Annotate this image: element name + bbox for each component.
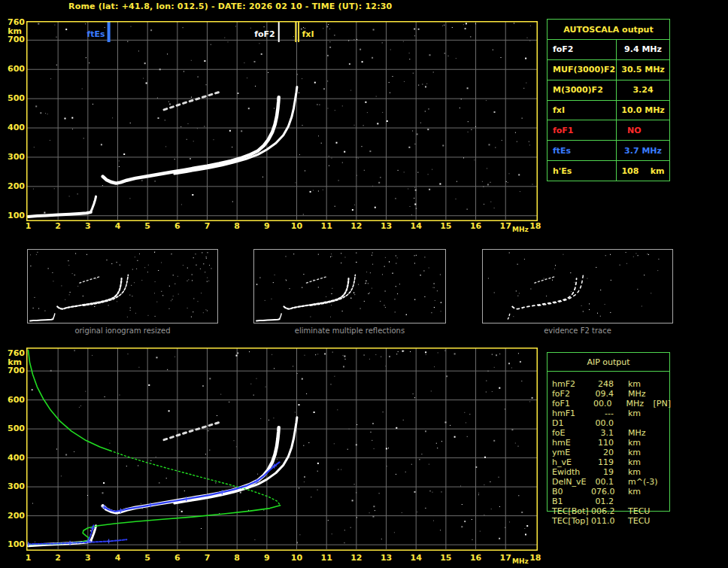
parameter-value: 9.4 MHz (617, 40, 669, 59)
parameter-value: 110 (591, 438, 614, 448)
aip-row-DelN_vE: DelN_vE00.1m^(-3) (552, 477, 671, 487)
parameter-label: ymE (552, 448, 591, 457)
y-tick-label: 400 (2, 123, 25, 132)
autoscala-table-rows: foF29.4 MHzMUF(3000)F230.5 MHzM(3000)F23… (548, 40, 669, 181)
x-axis-unit: MHz (512, 557, 529, 565)
parameter-label: hmE (552, 438, 591, 448)
autoscala-row-fxI: fxI10.0 MHz (548, 101, 669, 121)
parameter-value: MHz (628, 389, 656, 399)
parameter-value: --- (591, 409, 614, 418)
aip-row-foE: foE3.1MHz (552, 428, 671, 438)
marker-label-ftEs: ftEs (86, 29, 105, 39)
parameter-label: h'Es (548, 161, 617, 181)
x-tick-label: 11 (317, 221, 335, 231)
x-tick-label: 1 (20, 553, 38, 563)
parameter-value: 20 (591, 448, 614, 457)
aip-row-foF1: foF100.0MHz[PN] (552, 399, 671, 409)
parameter-label: foF2 (552, 389, 591, 399)
x-axis-unit: MHz (512, 226, 529, 233)
x-tick-label: 11 (317, 553, 335, 563)
parameter-value: km (628, 379, 656, 389)
parameter-label: Ewidth (552, 467, 591, 477)
parameter-value: 011.0 (591, 516, 614, 526)
x-tick-label: 15 (437, 553, 455, 563)
autoscala-row-h'Es: h'Es108 km (548, 161, 669, 181)
parameter-value: 09.4 (591, 389, 614, 399)
autoscala-row-foF2: foF29.4 MHz (548, 40, 669, 60)
x-tick-label: 1 (20, 221, 38, 231)
aip-table-header: AIP output (548, 353, 669, 372)
x-tick-label: 13 (378, 221, 396, 231)
parameter-value: km (628, 467, 656, 477)
y-tick-label: 500 (2, 424, 25, 433)
parameter-label: hmF1 (552, 409, 591, 418)
aip-row-hmF2: hmF2248km (552, 379, 671, 389)
parameter-value: MHz (626, 399, 654, 409)
parameter-label: hmF2 (552, 379, 591, 389)
x-tick-label: 5 (138, 553, 156, 563)
y-axis-unit: km (2, 27, 22, 36)
parameter-value: km (628, 409, 656, 418)
x-tick-label: 15 (437, 221, 455, 231)
parameter-value: 006.2 (591, 506, 614, 516)
parameter-label: foF1 (548, 120, 617, 140)
parameter-label: M(3000)F2 (548, 80, 617, 100)
x-tick-label: 18 (526, 553, 544, 563)
autoscala-row-MUF(3000)F2: MUF(3000)F230.5 MHz (548, 60, 669, 80)
y-tick-label: 300 (2, 482, 25, 491)
x-tick-label: 6 (168, 221, 187, 231)
x-tick-label: 13 (378, 553, 396, 563)
x-tick-label: 8 (228, 553, 246, 563)
autoscala-table: AUTOSCALA output foF29.4 MHzMUF(3000)F23… (547, 19, 670, 181)
parameter-value: 01.2 (591, 497, 614, 506)
x-tick-label: 12 (347, 553, 366, 563)
thumbnail-eliminate-reflections (253, 249, 446, 323)
autoscala-table-header: AUTOSCALA output (548, 20, 669, 40)
parameter-value: km (628, 457, 656, 467)
thumbnail-caption-eliminate: eliminate multiple reflections (253, 327, 446, 335)
parameter-label: foF1 (552, 399, 590, 409)
x-tick-label: 10 (288, 553, 306, 563)
aip-row-B0: B0076.0km (552, 487, 671, 497)
parameter-label: B1 (552, 497, 591, 506)
x-tick-label: 4 (109, 221, 127, 231)
parameter-value: NO (617, 120, 669, 140)
x-tick-label: 6 (168, 553, 187, 563)
parameter-label: MUF(3000)F2 (548, 60, 617, 80)
x-tick-label: 7 (199, 221, 217, 231)
parameter-value: 19 (591, 467, 614, 477)
parameter-label: TEC[Bot] (552, 506, 591, 516)
x-tick-label: 18 (526, 221, 544, 231)
parameter-label: DelN_vE (552, 477, 591, 487)
thumbnail-caption-original: original ionogram resized (27, 327, 218, 335)
parameter-label: foE (552, 428, 591, 438)
aip-row-h_vE: h_vE119km (552, 457, 671, 467)
parameter-value: 3.1 (591, 428, 614, 438)
parameter-value: 248 (591, 379, 614, 389)
x-tick-label: 16 (467, 553, 485, 563)
autoscala-row-M(3000)F2: M(3000)F23.24 (548, 80, 669, 101)
x-tick-label: 14 (407, 553, 425, 563)
x-tick-label: 3 (79, 221, 97, 231)
autoscala-row-foF1: foF1NO (548, 120, 669, 141)
parameter-value: 3.24 (617, 80, 669, 100)
y-tick-label: 700 (2, 366, 25, 375)
aip-row-D1: D100.0 (552, 418, 671, 428)
y-tick-label: 600 (2, 65, 25, 74)
marker-label-fxI: fxI (302, 29, 314, 39)
y-tick-label: 300 (2, 153, 25, 162)
parameter-value: 10.0 MHz (617, 101, 669, 120)
parameter-label: TEC[Top] (552, 516, 591, 526)
aip-row-ymE: ymE20km (552, 448, 671, 457)
aip-row-foF2: foF209.4MHz (552, 389, 671, 399)
parameter-label: B0 (552, 487, 591, 497)
aip-row-TEC[Top]: TEC[Top]011.0TECU (552, 516, 671, 526)
y-tick-label: 500 (2, 94, 25, 103)
parameter-value: 108 km (617, 161, 669, 181)
x-tick-label: 3 (79, 553, 97, 563)
marker-label-foF2: foF2 (254, 29, 275, 39)
x-tick-label: 10 (288, 221, 306, 231)
parameter-value: 30.5 MHz (617, 60, 669, 80)
parameter-value: MHz (628, 428, 656, 438)
aip-row-hmF1: hmF1---km (552, 409, 671, 418)
